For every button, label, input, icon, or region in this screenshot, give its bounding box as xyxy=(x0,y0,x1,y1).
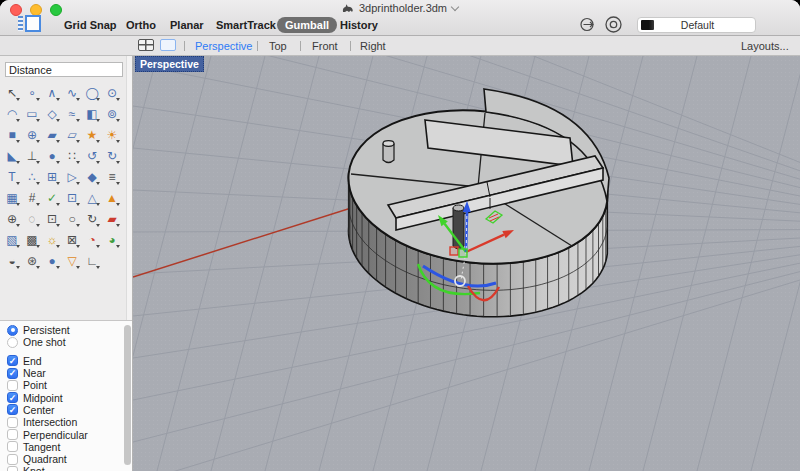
menu-gumball[interactable]: Gumball xyxy=(277,17,337,33)
circle-arrow-icon[interactable] xyxy=(579,16,596,33)
tool-icon[interactable]: ● xyxy=(43,252,61,270)
tool-icon[interactable]: T xyxy=(3,168,21,186)
tool-icon[interactable]: ∴ xyxy=(23,168,41,186)
tab-top[interactable]: Top xyxy=(269,40,287,52)
check-unchecked-icon[interactable] xyxy=(7,466,18,471)
tab-front[interactable]: Front xyxy=(312,40,338,52)
display-mode-dropdown[interactable]: Default xyxy=(637,17,756,33)
tool-icon[interactable]: ≈ xyxy=(63,105,81,123)
tool-icon[interactable]: ▭ xyxy=(23,105,41,123)
tool-icon[interactable]: ⊕ xyxy=(23,126,41,144)
command-search-input[interactable] xyxy=(5,62,123,77)
tool-icon[interactable]: ✓ xyxy=(43,189,61,207)
tool-icon[interactable]: ↻ xyxy=(103,147,121,165)
viewport-canvas[interactable] xyxy=(133,56,800,471)
tool-icon[interactable]: ☼ xyxy=(43,231,61,249)
tool-icon[interactable]: ↖ xyxy=(3,84,21,102)
small-peg-cylinder[interactable] xyxy=(383,141,394,163)
tool-icon[interactable]: ◯ xyxy=(83,84,101,102)
radio-checked-icon[interactable] xyxy=(7,325,18,336)
sidebar-scroll-track[interactable] xyxy=(126,56,132,320)
layouts-button[interactable]: Layouts... xyxy=(741,40,789,52)
tool-icon[interactable]: ⊙ xyxy=(103,84,121,102)
osnap-tangent[interactable]: Tangent xyxy=(7,441,132,453)
tool-icon[interactable]: ▧ xyxy=(3,231,21,249)
tool-icon[interactable]: ◕ xyxy=(103,231,121,249)
tool-icon[interactable]: ◠ xyxy=(3,105,21,123)
tool-icon[interactable]: ⊡ xyxy=(43,210,61,228)
check-unchecked-icon[interactable] xyxy=(7,441,18,452)
osnap-center[interactable]: ✓Center xyxy=(7,404,132,416)
title-chevron-icon[interactable] xyxy=(451,2,459,10)
tool-icon[interactable]: ⊡ xyxy=(63,189,81,207)
osnap-scrollbar[interactable] xyxy=(124,325,131,465)
osnap-persistent[interactable]: Persistent xyxy=(7,324,132,336)
single-viewport-icon[interactable] xyxy=(160,39,176,51)
check-checked-icon[interactable]: ✓ xyxy=(7,404,18,415)
menu-history[interactable]: History xyxy=(340,19,378,31)
menu-smarttrack[interactable]: SmartTrack xyxy=(216,19,276,31)
tool-icon[interactable]: ■ xyxy=(3,126,21,144)
osnap-quadrant[interactable]: Quadrant xyxy=(7,453,132,465)
tool-icon[interactable]: ⊞ xyxy=(43,168,61,186)
tool-icon[interactable]: ◆ xyxy=(83,168,101,186)
tool-icon[interactable]: ⊥ xyxy=(23,147,41,165)
tab-perspective[interactable]: Perspective xyxy=(195,40,252,52)
tool-icon[interactable]: ↻ xyxy=(83,210,101,228)
tool-icon[interactable]: ∧ xyxy=(43,84,61,102)
tool-icon[interactable]: ⊛ xyxy=(23,252,41,270)
perspective-viewport[interactable]: Perspective xyxy=(133,56,800,471)
tool-icon[interactable]: ● xyxy=(43,147,61,165)
tool-icon[interactable]: ○ xyxy=(63,210,81,228)
tool-icon[interactable]: ▰ xyxy=(103,210,121,228)
check-checked-icon[interactable]: ✓ xyxy=(7,355,18,366)
gumball-scale-red-handle[interactable] xyxy=(450,247,458,255)
tool-icon[interactable]: ▽ xyxy=(63,252,81,270)
osnap-knot[interactable]: Knot xyxy=(7,465,132,471)
tool-icon[interactable]: ▱ xyxy=(63,126,81,144)
check-unchecked-icon[interactable] xyxy=(7,417,18,428)
tool-icon[interactable]: ◔ xyxy=(83,231,101,249)
tool-icon[interactable]: ⊕ xyxy=(3,210,21,228)
check-checked-icon[interactable]: ✓ xyxy=(7,368,18,379)
tool-icon[interactable]: ≡ xyxy=(103,168,121,186)
tool-icon[interactable]: ◒ xyxy=(3,252,21,270)
osnap-point[interactable]: Point xyxy=(7,379,132,391)
tool-icon[interactable]: # xyxy=(23,189,41,207)
osnap-near[interactable]: ✓Near xyxy=(7,367,132,379)
tool-icon[interactable]: ↺ xyxy=(83,147,101,165)
tab-right[interactable]: Right xyxy=(360,40,386,52)
radio-unchecked-icon[interactable] xyxy=(7,337,18,348)
tool-icon[interactable]: ⊚ xyxy=(103,105,121,123)
four-viewports-icon[interactable] xyxy=(138,39,154,51)
tool-icon[interactable]: ◇ xyxy=(43,105,61,123)
tool-icon[interactable]: ⊠ xyxy=(63,231,81,249)
tool-icon[interactable]: ▰ xyxy=(43,126,61,144)
check-checked-icon[interactable]: ✓ xyxy=(7,392,18,403)
osnap-perpendicular[interactable]: Perpendicular xyxy=(7,428,132,440)
viewport-title[interactable]: Perspective xyxy=(135,56,204,72)
tool-icon[interactable]: △ xyxy=(83,189,101,207)
tool-icon[interactable]: ▦ xyxy=(3,189,21,207)
osnap-end[interactable]: ✓End xyxy=(7,355,132,367)
tool-icon[interactable]: ∿ xyxy=(63,84,81,102)
toolbar-collection-button[interactable] xyxy=(18,15,42,32)
concentric-circles-icon[interactable] xyxy=(604,15,623,34)
check-unchecked-icon[interactable] xyxy=(7,380,18,391)
check-unchecked-icon[interactable] xyxy=(7,429,18,440)
menu-grid-snap[interactable]: Grid Snap xyxy=(64,19,117,31)
tool-icon[interactable]: ∘ xyxy=(23,84,41,102)
tool-icon[interactable]: ◣ xyxy=(3,147,21,165)
tool-icon[interactable]: ∟ xyxy=(83,252,101,270)
tool-icon[interactable]: ∷ xyxy=(63,147,81,165)
menu-planar[interactable]: Planar xyxy=(170,19,204,31)
osnap-intersection[interactable]: Intersection xyxy=(7,416,132,428)
osnap-midpoint[interactable]: ✓Midpoint xyxy=(7,391,132,403)
menu-ortho[interactable]: Ortho xyxy=(126,19,156,31)
osnap-one-shot[interactable]: One shot xyxy=(7,336,132,348)
tool-icon[interactable]: ▲ xyxy=(103,189,121,207)
tool-icon[interactable]: ★ xyxy=(83,126,101,144)
check-unchecked-icon[interactable] xyxy=(7,454,18,465)
tool-icon[interactable]: ☀ xyxy=(103,126,121,144)
gumball-scale-green-handle[interactable] xyxy=(459,249,467,257)
